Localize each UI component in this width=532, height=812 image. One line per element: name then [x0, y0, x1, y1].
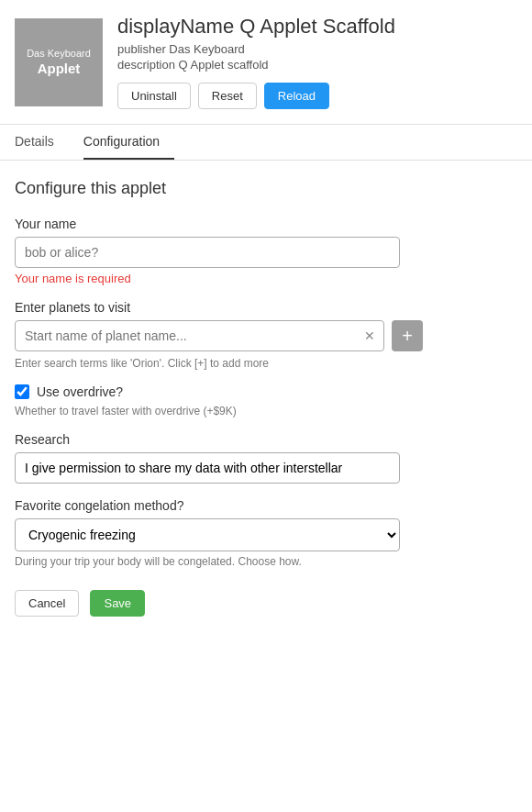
overdrive-hint: Whether to travel faster with overdrive … — [15, 405, 400, 417]
tab-bar: Details Configuration — [0, 125, 532, 161]
planets-label: Enter planets to visit — [15, 300, 517, 315]
app-title: displayName Q Applet Scaffold — [117, 15, 517, 39]
planets-section: Enter planets to visit ✕ + Enter search … — [15, 300, 517, 370]
planet-input-wrapper: ✕ — [15, 320, 384, 351]
section-title: Configure this applet — [15, 179, 517, 198]
tab-details[interactable]: Details — [15, 125, 69, 160]
cancel-button[interactable]: Cancel — [15, 590, 79, 617]
app-icon-title: Das Keyboard — [27, 48, 91, 59]
research-input[interactable] — [15, 452, 400, 484]
description-label: description Q Applet scaffold — [117, 58, 517, 72]
reload-button[interactable]: Reload — [264, 83, 329, 109]
your-name-group: Your name Your name is required — [15, 217, 517, 285]
overdrive-label[interactable]: Use overdrive? — [37, 384, 123, 399]
publisher-label: publisher Das Keyboard — [117, 42, 517, 56]
congelation-group: Favorite congelation method? Cryogenic f… — [15, 498, 517, 568]
save-button[interactable]: Save — [90, 590, 145, 617]
action-buttons: Cancel Save — [15, 590, 517, 617]
app-icon-sub: Applet — [38, 61, 81, 76]
reset-button[interactable]: Reset — [198, 83, 257, 109]
main-content: Configure this applet Your name Your nam… — [0, 161, 532, 635]
congelation-label: Favorite congelation method? — [15, 498, 517, 513]
overdrive-group: Use overdrive? Whether to travel faster … — [15, 384, 517, 417]
planet-name-input[interactable] — [15, 320, 384, 351]
congelation-select[interactable]: Cryogenic freezing Stasis pod Deep sleep — [15, 518, 400, 551]
planet-input-row: ✕ + — [15, 320, 423, 351]
add-planet-button[interactable]: + — [392, 320, 423, 351]
app-header: Das Keyboard Applet displayName Q Applet… — [0, 0, 532, 125]
overdrive-checkbox[interactable] — [15, 384, 29, 399]
uninstall-button[interactable]: Uninstall — [117, 83, 191, 109]
app-icon: Das Keyboard Applet — [15, 18, 103, 106]
research-group: Research — [15, 432, 517, 484]
overdrive-checkbox-row: Use overdrive? — [15, 384, 517, 399]
your-name-input[interactable] — [15, 237, 400, 268]
planets-hint: Enter search terms like 'Orion'. Click [… — [15, 357, 400, 370]
header-buttons: Uninstall Reset Reload — [117, 83, 517, 109]
your-name-label: Your name — [15, 217, 517, 231]
tab-configuration[interactable]: Configuration — [83, 125, 174, 160]
congelation-hint: During your trip your body will be conge… — [15, 555, 400, 568]
header-info: displayName Q Applet Scaffold publisher … — [117, 15, 517, 109]
research-label: Research — [15, 432, 517, 447]
your-name-error: Your name is required — [15, 272, 517, 285]
planet-clear-button[interactable]: ✕ — [360, 327, 379, 345]
